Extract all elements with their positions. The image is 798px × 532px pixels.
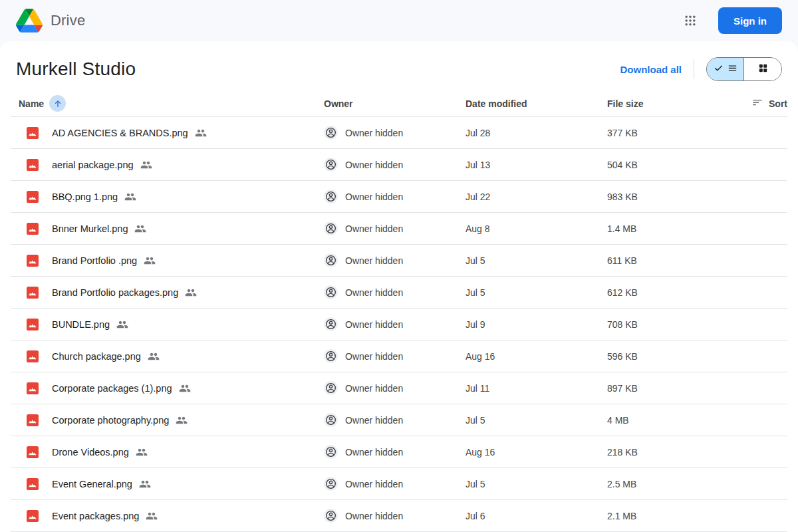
owner-label: Owner hidden: [345, 351, 403, 362]
owner-label: Owner hidden: [345, 447, 403, 458]
table-row[interactable]: Event packages.png Owner hidden Jul 6 2.…: [11, 500, 787, 532]
table-row[interactable]: BBQ.png 1.png Owner hidden Jul 22 983 KB: [11, 181, 787, 213]
table-row[interactable]: Drone Videos.png Owner hidden Aug 16 218…: [11, 436, 787, 468]
shared-people-icon: [195, 127, 207, 139]
table-row[interactable]: aerial package.png Owner hidden Jul 13 5…: [11, 149, 787, 181]
file-size: 897 KB: [607, 383, 733, 394]
file-name: Church package.png: [52, 351, 141, 362]
column-header-name[interactable]: Name: [19, 98, 44, 109]
date-modified: Jul 28: [466, 128, 607, 138]
person-circle-icon: [324, 126, 338, 140]
shared-people-icon: [148, 350, 160, 362]
download-all-link[interactable]: Download all: [620, 64, 682, 75]
file-name: Event General.png: [52, 479, 132, 489]
grid-view-button[interactable]: [744, 58, 781, 80]
table-row[interactable]: Bnner Murkel.png Owner hidden Aug 8 1.4 …: [11, 213, 787, 245]
image-file-icon: [27, 127, 39, 139]
file-table-body: AD AGENCIES & BRANDS.png Owner hidden Ju…: [11, 117, 787, 532]
shared-people-icon: [140, 159, 152, 171]
owner-label: Owner hidden: [345, 128, 403, 138]
list-view-button[interactable]: [707, 58, 744, 80]
apps-grid-icon[interactable]: [677, 7, 704, 34]
sort-ascending-arrow-icon[interactable]: [49, 95, 66, 112]
owner-label: Owner hidden: [345, 160, 403, 170]
date-modified: Aug 16: [466, 351, 607, 362]
table-row[interactable]: AD AGENCIES & BRANDS.png Owner hidden Ju…: [11, 117, 787, 149]
file-size: 2.5 MB: [607, 479, 733, 489]
owner-label: Owner hidden: [345, 319, 403, 330]
file-name: BBQ.png 1.png: [52, 192, 118, 202]
owner-label: Owner hidden: [345, 479, 403, 489]
table-row[interactable]: Brand Portfolio .png Owner hidden Jul 5 …: [11, 245, 787, 277]
drive-brand[interactable]: Drive: [16, 9, 85, 33]
person-circle-icon: [324, 509, 338, 523]
person-circle-icon: [324, 381, 338, 395]
owner-label: Owner hidden: [345, 415, 403, 426]
file-size: 2.1 MB: [607, 511, 733, 521]
table-header: Name Owner Date modified File size Sort: [11, 90, 787, 117]
date-modified: Aug 8: [466, 223, 607, 234]
file-name: AD AGENCIES & BRANDS.png: [52, 128, 188, 138]
column-header-file-size[interactable]: File size: [607, 98, 733, 109]
file-size: 708 KB: [607, 319, 733, 330]
table-row[interactable]: Corporate packages (1).png Owner hidden …: [11, 372, 787, 404]
file-size: 504 KB: [607, 160, 733, 170]
date-modified: Jul 9: [466, 319, 607, 330]
view-toggle: [706, 57, 782, 81]
table-row[interactable]: Event General.png Owner hidden Jul 5 2.5…: [11, 468, 787, 500]
file-size: 4 MB: [607, 415, 733, 426]
owner-label: Owner hidden: [345, 255, 403, 266]
shared-people-icon: [185, 287, 197, 299]
date-modified: Aug 16: [466, 447, 607, 458]
image-file-icon: [27, 191, 39, 203]
date-modified: Jul 6: [466, 511, 607, 521]
table-row[interactable]: Corporate photography.png Owner hidden J…: [11, 404, 787, 436]
shared-people-icon: [134, 223, 146, 235]
image-file-icon: [27, 510, 39, 522]
sort-label: Sort: [769, 98, 787, 109]
date-modified: Jul 5: [466, 415, 607, 426]
sort-button[interactable]: Sort: [733, 96, 787, 111]
column-header-date-modified[interactable]: Date modified: [466, 98, 607, 109]
file-name: Event packages.png: [52, 511, 139, 521]
file-table: Name Owner Date modified File size Sort: [0, 90, 798, 532]
table-row[interactable]: Brand Portfolio packages.png Owner hidde…: [11, 277, 787, 309]
shared-people-icon: [179, 382, 191, 394]
drive-logo-icon: [16, 9, 43, 33]
file-name: Brand Portfolio .png: [52, 255, 137, 266]
sort-lines-icon: [751, 96, 763, 111]
file-size: 1.4 MB: [607, 223, 733, 234]
image-file-icon: [27, 382, 39, 394]
person-circle-icon: [324, 477, 338, 491]
owner-label: Owner hidden: [345, 223, 403, 234]
file-name: Bnner Murkel.png: [52, 223, 128, 234]
table-row[interactable]: Church package.png Owner hidden Aug 16 5…: [11, 340, 787, 372]
image-file-icon: [27, 287, 39, 299]
app-name: Drive: [51, 12, 85, 29]
image-file-icon: [27, 319, 39, 331]
date-modified: Jul 5: [466, 255, 607, 266]
page-title: Murkell Studio: [16, 59, 136, 80]
file-size: 596 KB: [607, 351, 733, 362]
shared-people-icon: [136, 446, 148, 458]
file-name: Drone Videos.png: [52, 447, 129, 458]
shared-people-icon: [139, 478, 151, 490]
shared-people-icon: [176, 414, 188, 426]
grid-icon: [757, 63, 769, 76]
topbar: Drive Sign in: [0, 0, 798, 41]
sign-in-button[interactable]: Sign in: [718, 7, 782, 34]
person-circle-icon: [324, 445, 338, 459]
owner-label: Owner hidden: [345, 383, 403, 394]
checkmark-icon: [713, 63, 724, 76]
image-file-icon: [27, 350, 39, 362]
person-circle-icon: [324, 253, 338, 267]
table-row[interactable]: BUNDLE.png Owner hidden Jul 9 708 KB: [11, 309, 787, 340]
column-header-owner[interactable]: Owner: [324, 98, 466, 109]
person-circle-icon: [324, 349, 338, 363]
person-circle-icon: [324, 190, 338, 203]
image-file-icon: [27, 223, 39, 235]
shared-people-icon: [124, 191, 136, 203]
file-size: 983 KB: [607, 192, 733, 202]
image-file-icon: [27, 414, 39, 426]
owner-label: Owner hidden: [345, 287, 403, 298]
